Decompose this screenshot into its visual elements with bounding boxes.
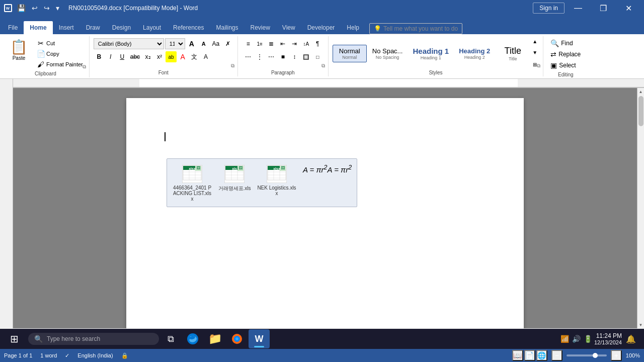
scroll-thumb[interactable] bbox=[638, 96, 643, 126]
styles-scroll-up[interactable]: ▲ bbox=[531, 38, 539, 44]
pinned-word[interactable]: W bbox=[249, 329, 270, 348]
save-quick-btn[interactable]: 💾 bbox=[15, 3, 28, 13]
zoom-in-button[interactable]: + bbox=[611, 350, 622, 361]
customize-quick-btn[interactable]: ▾ bbox=[54, 3, 61, 13]
subscript-button[interactable]: x₂ bbox=[142, 51, 153, 62]
scroll-up-button[interactable]: ▲ bbox=[637, 88, 645, 95]
styles-scroll-down[interactable]: ▼ bbox=[531, 49, 539, 55]
clipboard-dialog-launcher[interactable]: ⧉ bbox=[81, 63, 88, 70]
obj-item-1[interactable]: xls 🖼 거래명세표.xls bbox=[214, 164, 255, 192]
font-size-select[interactable]: 11 bbox=[165, 38, 185, 49]
style-normal[interactable]: Normal Normal bbox=[333, 45, 367, 62]
justify-button[interactable]: ■ bbox=[277, 51, 288, 62]
shading-button[interactable]: 🔲 bbox=[300, 51, 311, 62]
change-case-button[interactable]: Aa bbox=[210, 38, 221, 49]
shading-font-button[interactable]: A bbox=[200, 51, 211, 62]
cut-button[interactable]: ✂ Cut bbox=[35, 38, 85, 48]
paragraph-dialog-launcher[interactable]: ⧉ bbox=[320, 62, 327, 69]
text-color-button[interactable]: A bbox=[177, 51, 188, 62]
decrease-indent-button[interactable]: ⇤ bbox=[277, 38, 288, 49]
pinned-edge[interactable] bbox=[182, 329, 203, 348]
format-painter-button[interactable]: 🖌 Format Painter bbox=[35, 59, 85, 69]
tab-mailings[interactable]: Mailings bbox=[210, 21, 244, 34]
title-bar-left: W 💾 ↩ ↪ ▾ RN001005049.docx [Compatibilit… bbox=[4, 3, 198, 13]
obj-item-0[interactable]: xlsx 🖼 bbox=[172, 164, 212, 202]
style-heading1[interactable]: Heading 1 Heading 1 bbox=[408, 44, 453, 63]
close-button[interactable]: ✕ bbox=[617, 0, 640, 16]
tab-help[interactable]: Help bbox=[341, 21, 365, 34]
web-layout-button[interactable]: 🌐 bbox=[536, 350, 547, 361]
font-name-select[interactable]: Calibri (Body) bbox=[94, 38, 164, 49]
zoom-slider[interactable] bbox=[567, 354, 607, 356]
network-icon[interactable]: 📶 bbox=[560, 335, 569, 343]
restore-button[interactable]: ❐ bbox=[592, 0, 615, 16]
tell-me-input[interactable]: 💡 Tell me what you want to do bbox=[369, 23, 462, 34]
minimize-button[interactable]: — bbox=[567, 0, 590, 16]
tab-review[interactable]: Review bbox=[245, 21, 276, 34]
phonetic-button[interactable]: 文 bbox=[189, 51, 200, 62]
tab-view[interactable]: View bbox=[276, 21, 301, 34]
style-title[interactable]: Title Title bbox=[496, 43, 530, 64]
underline-button[interactable]: U bbox=[117, 51, 128, 62]
show-paragraph-button[interactable]: ¶ bbox=[312, 38, 323, 49]
document-area[interactable]: xlsx 🖼 bbox=[13, 88, 637, 328]
tab-home[interactable]: Home bbox=[24, 21, 52, 34]
volume-icon[interactable]: 🔊 bbox=[572, 335, 581, 343]
sign-in-button[interactable]: Sign in bbox=[533, 3, 565, 14]
tab-design[interactable]: Design bbox=[106, 21, 137, 34]
taskbar-search[interactable]: 🔍 Type here to search bbox=[28, 333, 159, 345]
tab-references[interactable]: References bbox=[167, 21, 210, 34]
scroll-track[interactable] bbox=[637, 95, 644, 321]
redo-quick-btn[interactable]: ↪ bbox=[42, 3, 52, 13]
obj-item-2[interactable]: xlsx 🖼 NEK Logistics.xlsx bbox=[257, 164, 297, 196]
align-left-button[interactable]: ⋯ bbox=[243, 51, 254, 62]
battery-icon[interactable]: 🔋 bbox=[584, 335, 592, 343]
tab-draw[interactable]: Draw bbox=[80, 21, 106, 34]
taskbar-right: 📶 🔊 🔋 11:24 PM 12/13/2024 🔔 bbox=[560, 329, 642, 348]
pinned-firefox[interactable] bbox=[226, 329, 248, 348]
text-highlight-button[interactable]: ab bbox=[166, 51, 177, 62]
bold-button[interactable]: B bbox=[94, 51, 105, 62]
print-layout-button[interactable]: 📄 bbox=[524, 350, 535, 361]
styles-dialog-launcher[interactable]: ⧉ bbox=[535, 62, 542, 69]
task-view-button[interactable]: ⧉ bbox=[161, 329, 180, 348]
zoom-out-button[interactable]: − bbox=[551, 350, 562, 361]
line-spacing-button[interactable]: ↕ bbox=[289, 51, 300, 62]
font-dialog-launcher[interactable]: ⧉ bbox=[229, 62, 236, 69]
paste-button[interactable]: 📋 Paste bbox=[6, 38, 32, 63]
increase-indent-button[interactable]: ⇥ bbox=[289, 38, 300, 49]
find-button[interactable]: 🔍 Find bbox=[547, 38, 584, 48]
center-button[interactable]: ⋮ bbox=[254, 51, 265, 62]
align-right-button[interactable]: ⋯ bbox=[266, 51, 277, 62]
tab-insert[interactable]: Insert bbox=[53, 21, 80, 34]
undo-quick-btn[interactable]: ↩ bbox=[30, 3, 40, 13]
sort-button[interactable]: ↕A bbox=[300, 38, 311, 49]
notification-button[interactable]: 🔔 bbox=[624, 329, 638, 348]
clear-format-button[interactable]: ✗ bbox=[222, 38, 233, 49]
bullets-button[interactable]: ≡ bbox=[243, 38, 254, 49]
scroll-down-button[interactable]: ▼ bbox=[637, 321, 645, 328]
style-heading2[interactable]: Heading 2 Heading 2 bbox=[454, 45, 495, 62]
replace-button[interactable]: ⇄ Replace bbox=[547, 49, 584, 59]
strikethrough-button[interactable]: abc bbox=[128, 51, 142, 62]
select-button[interactable]: ▣ Select bbox=[547, 60, 584, 70]
pinned-file-explorer[interactable]: 📁 bbox=[204, 329, 225, 348]
vertical-scrollbar[interactable]: ▲ ▼ bbox=[637, 88, 644, 328]
start-button[interactable]: ⊞ bbox=[2, 329, 26, 348]
italic-button[interactable]: I bbox=[105, 51, 116, 62]
multilevel-button[interactable]: ≣ bbox=[266, 38, 277, 49]
shrink-font-button[interactable]: A bbox=[198, 38, 209, 49]
style-no-spacing[interactable]: No Spac... No Spacing bbox=[368, 45, 408, 62]
read-mode-button[interactable]: 📖 bbox=[512, 350, 523, 361]
tab-layout[interactable]: Layout bbox=[137, 21, 167, 34]
system-clock[interactable]: 11:24 PM 12/13/2024 bbox=[594, 332, 622, 345]
tab-developer[interactable]: Developer bbox=[301, 21, 341, 34]
borders-button[interactable]: □ bbox=[312, 51, 323, 62]
title-bar-right: Sign in — ❐ ✕ bbox=[533, 0, 640, 16]
superscript-button[interactable]: x² bbox=[154, 51, 165, 62]
grow-font-button[interactable]: A bbox=[186, 38, 197, 49]
embedded-objects-container: xlsx 🖼 bbox=[167, 158, 357, 207]
copy-button[interactable]: 📄 Copy bbox=[35, 49, 85, 59]
numbering-button[interactable]: 1≡ bbox=[254, 38, 265, 49]
tab-file[interactable]: File bbox=[2, 21, 24, 34]
